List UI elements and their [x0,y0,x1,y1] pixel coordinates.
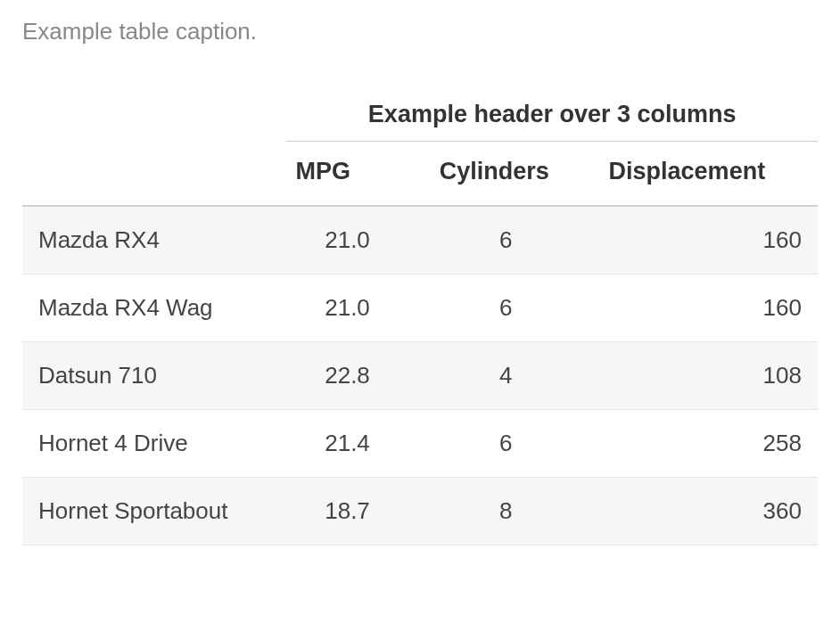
table-row: Datsun 710 22.8 4 108 [22,342,818,410]
table-row: Mazda RX4 Wag 21.0 6 160 [22,275,818,342]
table-row: Hornet Sportabout 18.7 8 360 [22,478,818,545]
row-mpg: 21.0 [286,206,423,275]
row-cyl: 4 [424,342,593,410]
row-cyl: 6 [424,206,593,275]
row-disp: 360 [593,478,818,545]
data-table: Example header over 3 columns MPG Cylind… [22,81,818,545]
row-disp: 160 [593,275,818,342]
row-name: Hornet 4 Drive [22,410,286,478]
row-cyl: 6 [424,275,593,342]
row-name: Hornet Sportabout [22,478,286,545]
spanner-row: Example header over 3 columns [22,81,818,142]
column-header-row: MPG Cylinders Displacement [22,142,818,207]
table-row: Hornet 4 Drive 21.4 6 258 [22,410,818,478]
row-cyl: 6 [424,410,593,478]
column-header-displacement: Displacement [593,142,818,207]
table-caption: Example table caption. [22,18,818,45]
row-mpg: 22.8 [286,342,423,410]
row-name: Mazda RX4 [22,206,286,275]
row-name: Datsun 710 [22,342,286,410]
row-disp: 160 [593,206,818,275]
column-header-mpg: MPG [286,142,423,207]
row-mpg: 21.0 [286,275,423,342]
row-name: Mazda RX4 Wag [22,275,286,342]
row-cyl: 8 [424,478,593,545]
column-header-cylinders: Cylinders [424,142,593,207]
spanner-blank [22,81,286,142]
spanner-header: Example header over 3 columns [286,81,818,142]
row-mpg: 18.7 [286,478,423,545]
table-row: Mazda RX4 21.0 6 160 [22,206,818,275]
row-disp: 108 [593,342,818,410]
row-disp: 258 [593,410,818,478]
row-mpg: 21.4 [286,410,423,478]
column-header-blank [22,142,286,207]
